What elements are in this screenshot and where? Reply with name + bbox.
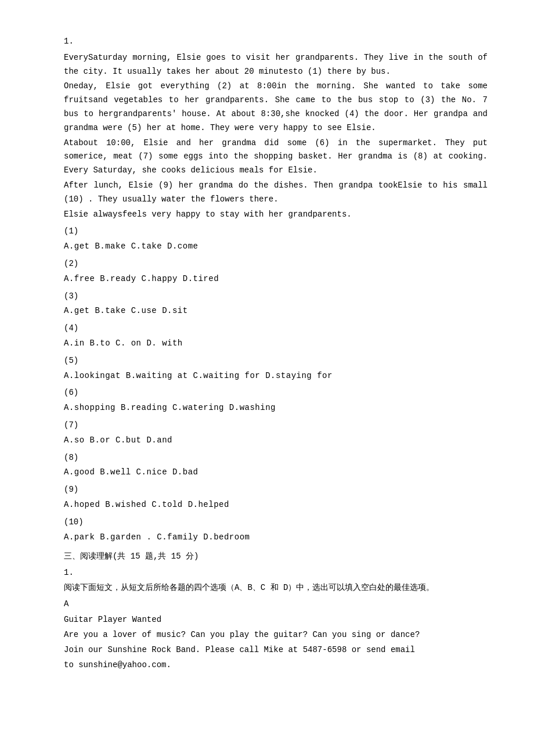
question-6-number: (6) <box>64 386 488 400</box>
paragraph-1: EverySaturday morning, Elsie goes to vis… <box>64 51 488 79</box>
section3-header: 三、阅读理解(共 15 题,共 15 分) <box>64 550 488 564</box>
passage-title: Guitar Player Wanted <box>64 613 488 627</box>
question-8-number: (8) <box>64 451 488 465</box>
reading-instruction: 阅读下面短文，从短文后所给各题的四个选项（A、B、C 和 D）中，选出可以填入空… <box>64 581 488 595</box>
paragraph-4: After lunch, Elsie (9) her grandma do th… <box>64 179 488 207</box>
passage-line-2: Join our Sunshine Rock Band. Please call… <box>64 643 488 657</box>
question-2-options: A.free B.ready C.happy D.tired <box>64 272 488 286</box>
section3-number: 1. <box>64 566 488 580</box>
page-container: 1. EverySaturday morning, Elsie goes to … <box>64 35 488 672</box>
question-3-number: (3) <box>64 290 488 304</box>
passage-label: A <box>64 597 488 611</box>
question-2-number: (2) <box>64 257 488 271</box>
passage-line-1: Are you a lover of music? Can you play t… <box>64 628 488 642</box>
question-10-number: (10) <box>64 516 488 530</box>
question-3-options: A.get B.take C.use D.sit <box>64 304 488 318</box>
question-4-number: (4) <box>64 322 488 336</box>
question-1-number: (1) <box>64 225 488 239</box>
question-7-options: A.so B.or C.but D.and <box>64 434 488 448</box>
question-1-options: A.get B.make C.take D.come <box>64 240 488 254</box>
passage-line-3: to sunshine@yahoo.com. <box>64 658 488 672</box>
question-4-options: A.in B.to C. on D. with <box>64 337 488 351</box>
paragraph-3: Atabout 10:00, Elsie and her grandma did… <box>64 136 488 178</box>
question-9-options: A.hoped B.wished C.told D.helped <box>64 498 488 512</box>
question-8-options: A.good B.well C.nice D.bad <box>64 466 488 480</box>
question-10-options: A.park B.garden . C.family D.bedroom <box>64 531 488 545</box>
question-9-number: (9) <box>64 483 488 497</box>
paragraph-5: Elsie alwaysfeels very happy to stay wit… <box>64 208 488 222</box>
question-7-number: (7) <box>64 419 488 433</box>
section1-number: 1. <box>64 35 488 49</box>
question-6-options: A.shopping B.reading C.watering D.washin… <box>64 401 488 415</box>
question-5-options: A.lookingat B.waiting at C.waiting for D… <box>64 369 488 383</box>
question-5-number: (5) <box>64 354 488 368</box>
paragraph-2: Oneday, Elsie got everything (2) at 8:00… <box>64 80 488 135</box>
